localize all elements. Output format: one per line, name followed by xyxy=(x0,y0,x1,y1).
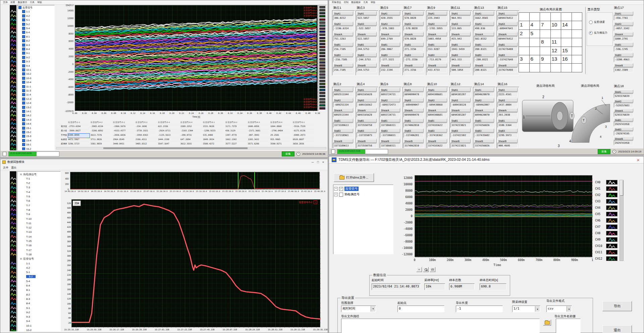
tree-item-8-3[interactable]: 8-3 xyxy=(17,43,54,47)
browse-folder-button[interactable] xyxy=(543,320,551,326)
stats-cell[interactable]: -2836.6836 xyxy=(113,134,135,138)
tree-item-10-3[interactable]: 10-3 xyxy=(17,76,54,80)
stats-cell[interactable]: 3612.3555 xyxy=(180,142,202,146)
downsample-dropdown[interactable]: 1/1▼ xyxy=(512,306,540,312)
legend-swatch[interactable] xyxy=(319,73,325,76)
stats-cell[interactable]: -1994.0363 xyxy=(136,134,157,138)
stats-cell[interactable]: -2753.4294 xyxy=(68,125,90,129)
start-point-input[interactable]: 0 xyxy=(397,306,444,312)
tree-item-T-3[interactable]: T-3 xyxy=(17,186,60,190)
menu-item-3[interactable]: 工具 xyxy=(29,1,36,4)
tree-item-14-1[interactable]: 14-1 xyxy=(17,110,54,113)
radio-option[interactable]: 应力/剪应力 xyxy=(589,31,612,35)
stats-cell[interactable]: -3999.8027 xyxy=(68,129,90,133)
checkbox-checked-icon[interactable] xyxy=(22,97,25,101)
checkbox-checked-icon[interactable] xyxy=(22,64,25,67)
checkbox-checked-icon[interactable] xyxy=(22,52,25,55)
checkbox-checked-icon[interactable] xyxy=(22,56,25,59)
stats-cell[interactable]: -2103.1304 xyxy=(180,129,202,133)
channel-legend-icon[interactable] xyxy=(606,199,618,204)
stats-cell[interactable]: -3985.6534 xyxy=(91,125,112,129)
legend-swatch[interactable] xyxy=(319,18,325,21)
stats-cell[interactable]: 4399.8999 xyxy=(68,134,90,138)
stats-cell[interactable]: -2924.8711 xyxy=(158,129,179,133)
stats-cell[interactable]: 3171.7378 xyxy=(225,125,247,129)
stats-cell[interactable]: 647.2694 xyxy=(180,138,202,142)
radio-icon-selected[interactable] xyxy=(589,31,593,35)
checkbox-checked-icon[interactable] xyxy=(22,127,25,130)
tree-expander-icon[interactable] xyxy=(20,174,22,175)
stats-cell[interactable]: 1662.1302 xyxy=(225,138,247,142)
tree-item-8-4[interactable]: 8-4 xyxy=(17,47,54,51)
tree-item-15-2[interactable]: 15-2 xyxy=(17,130,54,134)
tdms-tree-row-1[interactable]: +热电偶信号 xyxy=(334,192,392,197)
tree-root-1[interactable]: 应变信号 xyxy=(17,257,60,261)
checkbox-checked-icon[interactable] xyxy=(22,23,25,26)
checkbox-unchecked-icon[interactable] xyxy=(339,193,343,197)
tree-item-T-10[interactable]: T-10 xyxy=(17,217,60,221)
stats-cell[interactable]: 535.4488 xyxy=(203,134,224,138)
checkbox-checked-icon[interactable] xyxy=(22,10,25,13)
stats-cell[interactable]: 3658.2656 xyxy=(293,142,314,146)
menu-item-2[interactable]: 数据显示 xyxy=(16,1,29,4)
tree-item-9-2[interactable]: 9-2 xyxy=(17,56,54,59)
tree-item-8-3[interactable]: 8-3 xyxy=(17,297,60,301)
tree-item-8-2[interactable]: 8-2 xyxy=(17,39,54,43)
legend-swatch[interactable] xyxy=(319,9,325,11)
stats-cell[interactable]: 2964.8549 xyxy=(113,138,135,142)
menu-item-0[interactable]: 文件 xyxy=(2,166,10,170)
legend-swatch[interactable] xyxy=(319,92,325,94)
checkbox-checked-icon[interactable] xyxy=(22,122,25,125)
tree-item-T-7[interactable]: T-7 xyxy=(17,203,60,207)
tree-item-8-2[interactable]: 8-2 xyxy=(17,292,60,296)
legend-swatch[interactable] xyxy=(319,101,325,104)
channel-legend-icon[interactable] xyxy=(606,218,618,223)
checkbox-checked-icon[interactable] xyxy=(22,135,25,138)
tree-item-1-1[interactable]: 1-1 xyxy=(17,261,60,265)
checkbox-checked-icon[interactable] xyxy=(22,44,25,47)
tree-item-T-16[interactable]: T-16 xyxy=(17,244,60,248)
stats-cell[interactable]: 3590.9271 xyxy=(270,142,292,146)
legend-swatch[interactable] xyxy=(319,21,325,24)
tree-item-9-1[interactable]: 9-1 xyxy=(17,306,60,310)
legend-swatch[interactable] xyxy=(319,83,325,85)
menu-item-3[interactable]: 工具 xyxy=(362,1,369,4)
channel-legend-icon[interactable] xyxy=(606,231,618,236)
tree-item-11-3[interactable]: 11-3 xyxy=(17,89,54,92)
stats-cell[interactable]: 3381.9859 xyxy=(91,142,112,146)
checkbox-checked-icon[interactable] xyxy=(18,6,21,9)
tree-item-T-18[interactable]: T-18 xyxy=(17,252,60,256)
channel-legend-icon[interactable] xyxy=(606,256,618,261)
radio-icon[interactable] xyxy=(589,20,593,24)
legend-swatch[interactable] xyxy=(319,52,325,54)
channel-scrollbar[interactable] xyxy=(620,180,624,261)
checkbox-checked-icon[interactable] xyxy=(22,27,25,30)
channel-legend-icon[interactable] xyxy=(606,237,618,242)
quit-button[interactable]: 退出 xyxy=(602,325,632,333)
legend-swatch[interactable] xyxy=(319,27,325,30)
tree-item-5-1[interactable]: 5-1 xyxy=(17,270,60,274)
checkbox-checked-icon[interactable] xyxy=(22,85,25,88)
tree-item-T-8[interactable]: T-8 xyxy=(17,208,60,212)
legend-swatch[interactable] xyxy=(319,37,325,39)
channel-legend-icon[interactable] xyxy=(606,193,618,197)
menu-item-1[interactable]: 设置 xyxy=(9,1,16,4)
tree-item-8-4[interactable]: 8-4 xyxy=(17,302,60,306)
tree-item-15-1[interactable]: 15-1 xyxy=(17,126,54,130)
legend-swatch[interactable] xyxy=(319,89,325,91)
checkbox-checked-icon[interactable] xyxy=(22,110,25,113)
menu-item-0[interactable]: 采集信息 xyxy=(330,1,342,4)
channel-legend-icon[interactable] xyxy=(606,186,618,191)
menu-item-0[interactable]: 文件 xyxy=(2,1,9,4)
stats-cell[interactable]: 3485.8312 xyxy=(136,142,157,146)
tree-item-5-2[interactable]: 5-2 xyxy=(17,275,60,279)
tree-item-6-4[interactable]: 6-4 xyxy=(17,30,54,34)
checkbox-checked-icon[interactable] xyxy=(22,14,25,17)
tree-item-T-4[interactable]: T-4 xyxy=(17,190,60,194)
legend-swatch[interactable] xyxy=(319,104,325,107)
checkbox-checked-icon[interactable] xyxy=(22,131,25,134)
tree-item-T-6[interactable]: T-6 xyxy=(17,199,60,203)
channel-legend-icon[interactable] xyxy=(606,205,618,210)
stats-cell[interactable]: 3577.5227 xyxy=(225,142,247,146)
stats-cell[interactable]: 3571.6286 xyxy=(248,142,269,146)
